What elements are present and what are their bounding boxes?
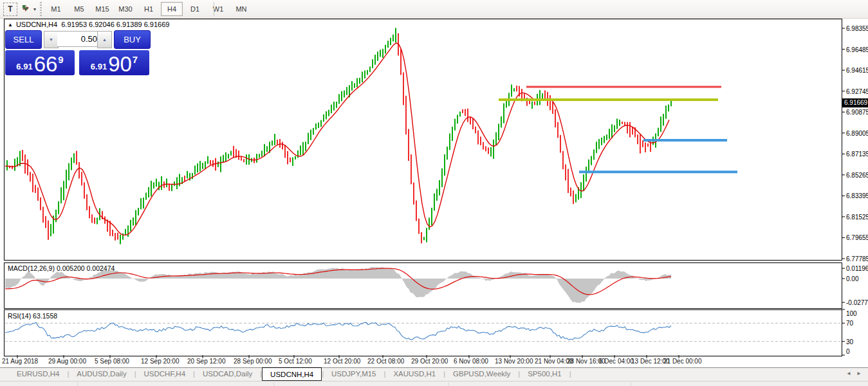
status-separator: [448, 382, 449, 386]
tab-scroll-right-icon[interactable]: ►: [856, 371, 862, 376]
buy-price-prefix: 6.91: [91, 62, 107, 71]
timeframe-button-m1[interactable]: M1: [45, 2, 67, 16]
timeframe-button-d1[interactable]: D1: [184, 2, 206, 16]
time-axis-label: 6 Nov 08:00: [454, 358, 488, 365]
macd-values: 0.005200 0.002474: [57, 264, 115, 272]
buy-price-pip-digit: 7: [133, 54, 138, 65]
price-axis-label: 6.90875: [846, 109, 868, 116]
rsi-axis-label: 0: [846, 348, 850, 355]
volume-increment-button[interactable]: ▲: [97, 31, 112, 48]
price-axis-label: 6.87135: [846, 151, 868, 158]
macd-axis-label: 0.011968: [846, 265, 868, 272]
price-axis-label: 6.77785: [846, 255, 868, 262]
volume-input[interactable]: [57, 31, 101, 47]
time-axis-label: 29 Oct 20:00: [411, 358, 448, 365]
symbol-ohlc-header: ▲USDCNH,H4 6.91953 6.92046 6.91389 6.916…: [8, 21, 169, 28]
time-axis-label: 28 Sep 00:00: [234, 358, 272, 365]
sell-price-display[interactable]: 6.91 66 9: [5, 50, 75, 75]
buy-button[interactable]: BUY: [114, 30, 151, 49]
toolbar: T ▾ M1M5M15M30H1H4D1W1MN: [0, 0, 868, 19]
status-separator: [631, 382, 631, 386]
timeframe-button-h4[interactable]: H4: [161, 2, 183, 16]
buy-price-big-digits: 90: [108, 55, 132, 74]
timeframe-button-w1[interactable]: W1: [207, 2, 229, 16]
timeframe-button-m5[interactable]: M5: [68, 2, 90, 16]
current-price-tag: 6.91669: [842, 98, 868, 107]
rsi-axis-label: 70: [846, 320, 853, 327]
price-axis-label: 6.94615: [846, 67, 868, 74]
buy-price-display[interactable]: 6.91 90 7: [79, 50, 149, 75]
rsi-axis-label: 30: [846, 338, 853, 345]
price-axis-label: 6.81525: [846, 213, 868, 220]
timeframe-button-m15[interactable]: M15: [91, 2, 113, 16]
time-axis-label: 6 Dec 04:00: [599, 358, 634, 365]
price-axis-label: 6.83395: [846, 192, 868, 199]
time-axis-label: 22 Oct 08:00: [367, 358, 404, 365]
macd-axis-label: 0.00: [846, 275, 858, 282]
timeframe-button-h1[interactable]: H1: [138, 2, 160, 16]
volume-decrement-button[interactable]: ▼: [44, 31, 59, 48]
timeframe-toolbar: M1M5M15M30H1H4D1W1MN: [45, 2, 252, 16]
macd-name: MACD(12,26,9): [8, 264, 55, 272]
mt4-window: T ▾ M1M5M15M30H1H4D1W1MN ▲USDCNH,H4 6.91…: [0, 0, 868, 386]
time-axis-label: 13 Nov 20:00: [495, 358, 533, 365]
macd-axis-label: -0.027758: [846, 299, 868, 306]
time-axis-label: 5 Sep 08:00: [95, 358, 129, 365]
tab-xauusd-h1[interactable]: XAUUSD,H1: [385, 368, 443, 381]
price-axis-label: 6.98355: [846, 25, 868, 32]
sell-price-pip-digit: 9: [58, 54, 63, 65]
status-bar: [0, 381, 868, 386]
ohlc-values: 6.91953 6.92046 6.91389 6.91669: [61, 21, 169, 28]
rsi-label: RSI(14) 63.1558: [8, 312, 57, 320]
macd-label: MACD(12,26,9) 0.005200 0.002474: [8, 264, 115, 272]
time-axis-label: 21 Dec 00:00: [663, 358, 702, 365]
timeframe-button-mn[interactable]: MN: [230, 2, 252, 16]
sell-price-big-digits: 66: [34, 55, 58, 74]
tab-separator: |: [569, 368, 571, 381]
status-separator: [77, 382, 78, 386]
status-separator: [273, 382, 274, 386]
toolbar-separator: [214, 2, 214, 16]
timeframe-button-m30[interactable]: M30: [115, 2, 136, 16]
tab-eurusd-h4[interactable]: EURUSD,H4: [9, 368, 67, 381]
toolbar-grip: [40, 2, 42, 16]
time-axis-label: 21 Aug 2018: [2, 358, 38, 365]
text-label-tool-button[interactable]: T: [3, 3, 17, 16]
arrow-tools-dropdown-icon[interactable]: ▾: [33, 6, 36, 12]
tab-sp500-h1[interactable]: SP500,H1: [520, 368, 569, 381]
price-axis-label: 6.96485: [846, 46, 868, 53]
rsi-panel[interactable]: [4, 309, 842, 356]
tab-usdcad-daily[interactable]: USDCAD,Daily: [195, 368, 260, 381]
price-axis-label: 6.79655: [846, 234, 868, 241]
price-axis-label: 6.89005: [846, 129, 868, 136]
sell-price-prefix: 6.91: [16, 62, 32, 71]
symbol-collapse-icon[interactable]: ▲: [8, 22, 13, 28]
tab-usdchf-h4[interactable]: USDCHF,H4: [136, 368, 194, 381]
time-axis-label: 12 Oct 20:00: [324, 358, 360, 365]
price-axis-label: 6.85265: [846, 171, 868, 178]
tab-usdcnh-h4[interactable]: USDCNH,H4: [262, 367, 322, 381]
time-axis-label: 5 Oct 12:00: [279, 358, 312, 365]
macd-panel[interactable]: [4, 262, 842, 309]
tab-scroll-left-icon[interactable]: ◄: [846, 371, 851, 376]
rsi-value: 63.1558: [33, 312, 57, 320]
symbol-name: USDCNH,H4: [16, 21, 57, 28]
tab-usdjpy-m15[interactable]: USDJPY,M15: [324, 368, 383, 381]
time-axis-label: 12 Sep 20:00: [141, 358, 180, 365]
time-axis-label: 20 Sep 12:00: [187, 358, 226, 365]
rsi-axis-label: 100: [846, 310, 857, 317]
arrow-tools-icon[interactable]: [21, 3, 32, 15]
sell-button[interactable]: SELL: [5, 30, 42, 49]
tab-gbpusd-weekly[interactable]: GBPUSD,Weekly: [445, 368, 518, 381]
rsi-name: RSI(14): [8, 312, 31, 320]
tab-audusd-daily[interactable]: AUDUSD,Daily: [69, 368, 134, 381]
time-axis-label: 29 Aug 00:00: [48, 358, 86, 365]
price-axis-label: 6.92745: [846, 87, 868, 95]
symbol-tab-bar: EURUSD,H4|AUDUSD,Daily|USDCHF,H4|USDCAD,…: [0, 367, 868, 381]
